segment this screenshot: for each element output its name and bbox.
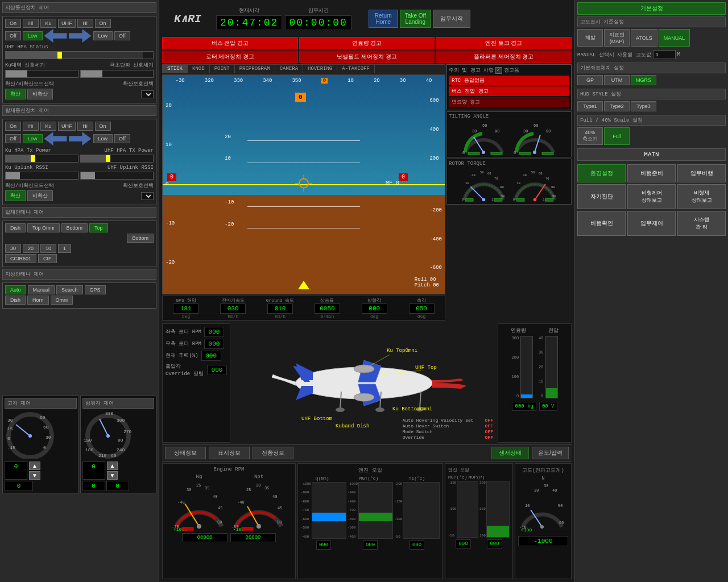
azimuth-up-btn[interactable]: ▲ (107, 462, 118, 470)
spread-protect-select[interactable] (141, 90, 154, 98)
on-btn[interactable]: On (5, 19, 21, 28)
on3-btn[interactable]: On (5, 122, 21, 131)
search-btn[interactable]: Search (56, 285, 83, 294)
status-tab[interactable]: 상태정보 (165, 447, 206, 459)
off4-btn[interactable]: Off (114, 134, 130, 143)
manual-alt-input[interactable] (653, 50, 676, 59)
scale-40-btn[interactable]: 40%축소기 (577, 127, 603, 145)
uhf-tx-slider[interactable] (80, 155, 154, 163)
low-btn[interactable]: Low (23, 31, 43, 40)
ccir601-btn[interactable]: CCIR601 (5, 254, 36, 263)
alt-habal-btn[interactable]: 해발 (577, 29, 603, 47)
spread2-btn[interactable]: 확산 (5, 190, 26, 201)
warning-sound-checkbox[interactable] (495, 67, 502, 74)
bus-voltage-alert[interactable]: 버스 전압 경고 (162, 37, 298, 49)
num30-btn[interactable]: 30 (5, 244, 21, 253)
num1-btn[interactable]: 1 (58, 244, 71, 253)
horn-btn[interactable]: Horn (27, 296, 49, 305)
extreme-signal-slider[interactable] (80, 70, 154, 78)
coord-utm-btn[interactable]: UTM (604, 75, 630, 85)
hud-type2-btn[interactable]: Type2 (604, 101, 630, 111)
bottom-btn[interactable]: Bottom (61, 223, 88, 232)
flapper-control-alert[interactable]: 플라퍼른 제어장치 경고 (436, 51, 572, 63)
hud-type1-btn[interactable]: Type1 (577, 101, 603, 111)
ku3-btn[interactable]: Ku (40, 122, 56, 131)
uhf-hpa-slider[interactable] (5, 51, 154, 59)
tab-hovering[interactable]: HOVERING (303, 65, 337, 73)
ku-rssi-slider[interactable] (5, 172, 78, 180)
non-spread2-btn[interactable]: 비확산 (27, 190, 53, 201)
coord-gp-btn[interactable]: GP (577, 75, 603, 85)
on4-btn[interactable]: On (95, 122, 111, 131)
arrow-right2-icon[interactable] (69, 132, 92, 146)
flight-prep-btn[interactable]: 비행준비 (627, 164, 676, 182)
elevation-down-btn[interactable]: ▼ (29, 471, 40, 480)
temp-btn[interactable]: 온도/압력 (532, 447, 569, 459)
hi2-btn[interactable]: Hi (77, 19, 93, 28)
mission-ctrl-btn[interactable]: 임무제어 (627, 211, 676, 236)
ku-tx-slider[interactable] (5, 155, 78, 163)
sensor-btn[interactable]: 센서상태 (491, 447, 529, 459)
flight-confirm-btn[interactable]: 비행확인 (577, 211, 626, 236)
tab-stick[interactable]: STICK (163, 65, 188, 73)
tab-preprogram[interactable]: PREPROGRAM (235, 65, 275, 73)
env-settings-btn[interactable]: 환경설정 (577, 164, 626, 182)
arrow-left-icon[interactable] (44, 29, 67, 43)
top-btn[interactable]: Top (89, 223, 108, 232)
return-home-btn[interactable]: ReturnHome (369, 10, 398, 28)
dish-btn[interactable]: Dish (5, 223, 26, 232)
alt-map-btn[interactable]: 지표면(MAP) (604, 29, 630, 47)
ku-btn[interactable]: Ku (40, 19, 56, 28)
engine-torque-alert[interactable]: 엔진 토크 경고 (436, 37, 572, 49)
low2-btn[interactable]: Low (93, 31, 113, 40)
tab-camera[interactable]: CAMERA (275, 65, 303, 73)
off2-btn[interactable]: Off (114, 31, 130, 40)
elevation-up-btn[interactable]: ▲ (29, 462, 40, 470)
on2-btn[interactable]: On (95, 19, 111, 28)
uhf3-btn[interactable]: UHF (58, 122, 76, 131)
nat-satellite-alert[interactable]: 낫셀필트 제어장치 경고 (299, 51, 435, 63)
low3-btn[interactable]: Low (23, 134, 43, 143)
tab-atakeoff[interactable]: A-TAKEOFF (337, 65, 375, 73)
uhf-btn[interactable]: UHF (58, 19, 76, 28)
aircraft-status-btn[interactable]: 비행체상태보고 (677, 184, 726, 209)
fuel-amount-alert[interactable]: 연료량 경고 (299, 37, 435, 49)
bottom2-btn[interactable]: Bottom (127, 234, 154, 243)
spread-protect2-select[interactable] (141, 192, 154, 200)
mission-flight-btn[interactable]: 임무비행 (677, 164, 726, 182)
auto-btn[interactable]: Auto (5, 285, 26, 294)
coord-mgrs-btn[interactable]: MGRS (631, 75, 656, 85)
spread-btn[interactable]: 확산 (5, 89, 26, 99)
arrow-right-icon[interactable] (69, 29, 92, 43)
rotor-control-alert[interactable]: 로터 제어장치 경고 (162, 51, 298, 63)
top-omni-btn[interactable]: Top Omni (27, 223, 60, 232)
uhf-rssi-slider[interactable] (80, 172, 154, 180)
arrow-left2-icon[interactable] (44, 132, 67, 146)
gps-btn[interactable]: GPS (85, 285, 106, 294)
azimuth-down-btn[interactable]: ▼ (107, 471, 118, 480)
hi4-btn[interactable]: Hi (77, 122, 93, 131)
flight-ctrl-status-btn[interactable]: 비행제어상태보고 (627, 184, 676, 209)
cif-btn[interactable]: CIF (38, 254, 57, 263)
system-manage-btn[interactable]: 시스템관 리 (677, 211, 726, 236)
display-tab[interactable]: 표시정보 (209, 447, 250, 459)
tab-knob[interactable]: KNOB (188, 65, 210, 73)
hi3-btn[interactable]: Hi (23, 122, 39, 131)
self-test-btn[interactable]: 자기진단 (577, 184, 626, 209)
num10-btn[interactable]: 10 (40, 244, 56, 253)
num20-btn[interactable]: 20 (23, 244, 39, 253)
takeoff-landing-btn[interactable]: Take OffLanding (400, 10, 431, 28)
alt-atols-btn[interactable]: ATOLS (631, 29, 657, 47)
tab-point[interactable]: POINT (210, 65, 235, 73)
dish2-btn[interactable]: Dish (5, 296, 26, 305)
ku-signal-slider[interactable] (5, 70, 78, 78)
non-spread-btn[interactable]: 비확산 (27, 89, 53, 99)
off3-btn[interactable]: Off (5, 134, 21, 143)
mission-start-btn[interactable]: 임무시작 (433, 10, 470, 28)
convert-tab[interactable]: 전환정보 (253, 447, 293, 459)
off-btn[interactable]: Off (5, 31, 21, 40)
hi-btn[interactable]: Hi (23, 19, 39, 28)
low4-btn[interactable]: Low (93, 134, 113, 143)
omni2-btn[interactable]: Omni (51, 296, 73, 305)
scale-full-btn[interactable]: Full (604, 127, 630, 145)
